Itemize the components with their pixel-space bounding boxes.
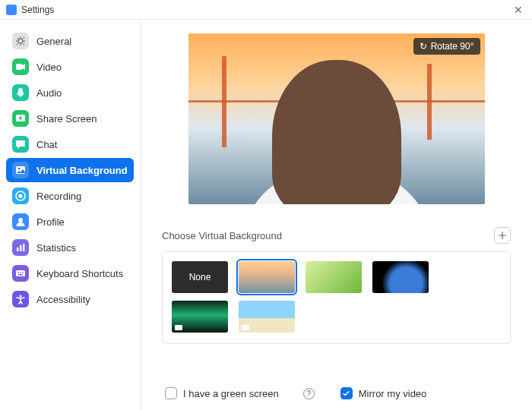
sidebar-item-label: Keyboard Shortcuts (36, 268, 123, 279)
options-row: I have a green screen ? Mirror my video (165, 364, 511, 399)
bg-thumb-grass[interactable] (306, 261, 362, 293)
sidebar-item-video[interactable]: Video (6, 55, 134, 79)
sidebar-item-recording[interactable]: Recording (6, 184, 134, 208)
bg-thumb-earth-from-space[interactable] (372, 261, 429, 293)
window-title: Settings (21, 5, 511, 15)
sidebar-item-audio[interactable]: Audio (6, 80, 134, 105)
video-indicator-icon (175, 325, 182, 330)
green-screen-label: I have a green screen (183, 388, 279, 399)
svg-rect-1 (16, 64, 22, 70)
app-icon (6, 5, 17, 15)
rotate-icon: ↻ (420, 41, 427, 52)
bg-thumb-aurora[interactable] (172, 301, 228, 333)
virtual-background-icon (12, 162, 29, 178)
sidebar-item-label: Recording (36, 191, 81, 202)
svg-rect-8 (17, 248, 18, 251)
section-title: Choose Virtual Background (162, 230, 494, 241)
settings-sidebar: GeneralVideoAudioShare ScreenChatVirtual… (0, 20, 141, 410)
svg-rect-14 (22, 272, 24, 273)
svg-point-4 (18, 168, 21, 170)
sidebar-item-label: Chat (36, 139, 57, 150)
svg-rect-13 (20, 272, 21, 273)
share-screen-icon (12, 110, 29, 127)
mirror-video-label: Mirror my video (359, 388, 427, 399)
sidebar-item-accessibility[interactable]: Accessibility (6, 287, 134, 311)
svg-point-16 (19, 295, 21, 297)
recording-icon (12, 188, 29, 204)
svg-point-7 (18, 218, 23, 222)
titlebar: Settings ✕ (0, 0, 532, 20)
rotate-label: Rotate 90° (431, 41, 474, 52)
sidebar-item-label: Video (36, 62, 62, 73)
svg-point-6 (18, 194, 22, 197)
svg-rect-9 (20, 245, 21, 251)
person-silhouette (272, 60, 401, 204)
video-preview: ↻ Rotate 90° (188, 33, 485, 204)
close-button[interactable]: ✕ (511, 4, 526, 16)
bg-thumb-golden-gate-bridge[interactable] (239, 261, 295, 293)
video-indicator-icon (242, 325, 249, 330)
background-thumbnails: None (162, 251, 511, 344)
svg-rect-10 (23, 244, 24, 251)
svg-rect-12 (17, 272, 19, 273)
plus-icon (498, 231, 507, 240)
green-screen-checkbox[interactable]: I have a green screen (165, 387, 279, 399)
svg-point-0 (18, 39, 23, 43)
bridge-tower (427, 64, 432, 140)
sidebar-item-label: Audio (36, 87, 62, 99)
sidebar-item-label: Statistics (36, 242, 76, 254)
keyboard-icon (12, 265, 29, 282)
sidebar-item-general[interactable]: General (6, 29, 134, 53)
sidebar-item-virtual-background[interactable]: Virtual Background (6, 158, 134, 182)
add-background-button[interactable] (494, 227, 511, 244)
sidebar-item-share-screen[interactable]: Share Screen (6, 106, 134, 131)
sidebar-item-profile[interactable]: Profile (6, 210, 134, 234)
gear-icon (12, 33, 29, 49)
sidebar-item-keyboard-shortcuts[interactable]: Keyboard Shortcuts (6, 261, 134, 285)
chat-icon (12, 136, 29, 153)
rotate-90-button[interactable]: ↻ Rotate 90° (413, 38, 480, 55)
bridge-tower (222, 56, 226, 147)
green-screen-help-icon[interactable]: ? (303, 388, 315, 399)
svg-rect-15 (18, 274, 23, 276)
statistics-icon (12, 239, 29, 256)
sidebar-item-label: Share Screen (36, 113, 97, 125)
sidebar-item-label: Profile (36, 216, 65, 228)
bg-thumb-beach[interactable] (239, 301, 295, 333)
audio-icon (12, 84, 29, 101)
svg-rect-11 (16, 270, 25, 276)
bg-thumb-none[interactable]: None (172, 261, 228, 293)
sidebar-item-label: Virtual Background (36, 165, 128, 176)
video-icon (12, 58, 29, 75)
profile-icon (12, 213, 29, 230)
accessibility-icon (12, 291, 29, 308)
sidebar-item-statistics[interactable]: Statistics (6, 235, 134, 260)
sidebar-item-chat[interactable]: Chat (6, 132, 134, 156)
sidebar-item-label: Accessibility (36, 294, 90, 305)
mirror-video-checkbox[interactable]: Mirror my video (340, 387, 427, 399)
sidebar-item-label: General (36, 36, 71, 47)
virtual-background-panel: ↻ Rotate 90° Choose Virtual Background N… (141, 20, 532, 410)
